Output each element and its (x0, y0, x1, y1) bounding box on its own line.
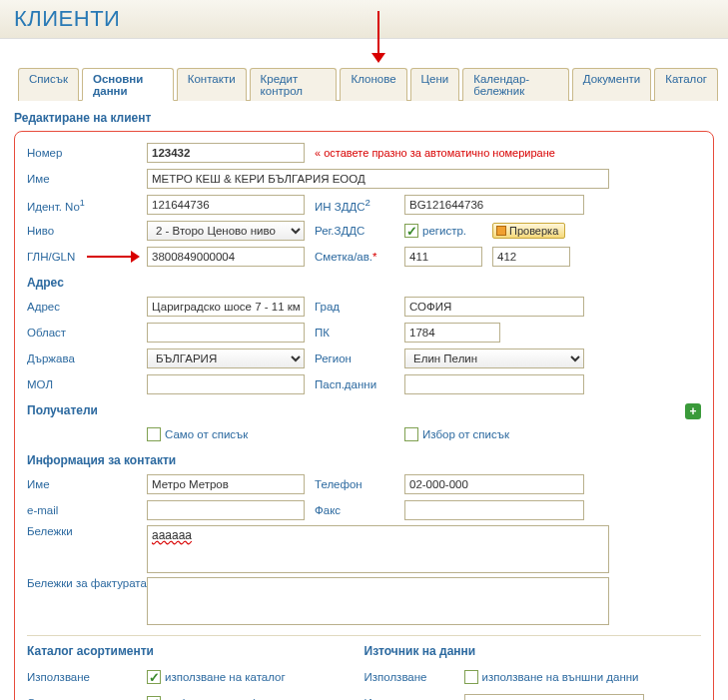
mol-input[interactable] (147, 374, 305, 394)
page-title: КЛИЕНТИ (14, 6, 714, 32)
label-passport: Пасп.данни (315, 378, 404, 390)
label-country: Държава (27, 352, 147, 364)
notes-textarea[interactable]: aaaaaa (147, 525, 609, 573)
label-region: Регион (315, 352, 404, 364)
only-from-list-label: Само от списък (165, 428, 248, 440)
tabs-bar: Списък Основни данни Контакти Кредит кон… (18, 67, 718, 101)
tab-calendar[interactable]: Календар-бележник (462, 68, 569, 101)
address-input[interactable] (147, 297, 305, 317)
city-input[interactable] (404, 297, 584, 317)
number-input[interactable] (147, 143, 305, 163)
country-select[interactable]: БЪЛГАРИЯ (147, 349, 305, 368)
label-account: Сметка/ав.* (315, 251, 404, 263)
use-catalog-checkbox[interactable] (147, 670, 161, 684)
vat-reg-checkbox-label: регистр. (422, 225, 466, 237)
tab-prices[interactable]: Цени (410, 68, 460, 101)
gln-input[interactable] (147, 247, 305, 267)
auto-create-checkbox[interactable] (147, 696, 161, 700)
recipients-heading: Получатели + (27, 403, 701, 417)
email-input[interactable] (147, 500, 305, 520)
tab-catalog[interactable]: Каталог (654, 68, 718, 101)
add-recipient-button[interactable]: + (685, 403, 701, 419)
form-heading: Редактиране на клиент (14, 111, 714, 125)
tab-list[interactable]: Списък (18, 68, 79, 101)
level-select[interactable]: 2 - Второ Ценово ниво (147, 221, 305, 241)
label-zip: ПК (315, 327, 404, 339)
contact-info-heading: Информация за контакти (27, 453, 701, 467)
label-ident: Идент. No1 (27, 198, 147, 213)
only-from-list-checkbox[interactable] (147, 427, 161, 441)
label-city: Град (315, 301, 404, 313)
source-input[interactable] (464, 694, 644, 700)
account1-input[interactable] (404, 247, 482, 267)
tab-main-data[interactable]: Основни данни (82, 68, 174, 101)
use-catalog-label: използване на каталог (165, 671, 286, 683)
catalog-heading: Каталог асортименти (27, 644, 364, 658)
district-input[interactable] (147, 323, 305, 343)
label-level: Ниво (27, 225, 147, 237)
label-address: Адрес (27, 301, 147, 313)
vat-reg-checkbox[interactable] (404, 224, 418, 238)
use-external-checkbox[interactable] (464, 670, 478, 684)
label-invoice-notes: Бележки за фактурата (27, 577, 147, 589)
label-usage: Използване (27, 671, 147, 683)
use-external-label: използване на външни данни (482, 671, 639, 683)
verify-button[interactable]: Проверка (492, 223, 565, 239)
label-email: e-mail (27, 504, 147, 516)
tab-documents[interactable]: Документи (572, 68, 651, 101)
vat-id-input[interactable] (404, 195, 584, 215)
passport-input[interactable] (404, 374, 584, 394)
fax-input[interactable] (404, 500, 584, 520)
arrow-annotation-down (371, 11, 385, 63)
label-district: Област (27, 327, 147, 339)
datasource-heading: Източник на данни (364, 644, 702, 658)
tab-branches[interactable]: Клонове (340, 68, 406, 101)
contact-name-input[interactable] (147, 474, 305, 494)
label-phone: Телефон (315, 478, 404, 490)
ident-input[interactable] (147, 195, 305, 215)
label-mol: МОЛ (27, 378, 147, 390)
invoice-notes-textarea[interactable] (147, 577, 609, 625)
label-notes: Бележки (27, 525, 147, 537)
account2-input[interactable] (492, 247, 570, 267)
label-fax: Факс (315, 504, 404, 516)
phone-input[interactable] (404, 474, 584, 494)
label-contact-name: Име (27, 478, 147, 490)
number-hint: « оставете празно за автоматично номерир… (315, 147, 555, 159)
name-input[interactable] (147, 169, 609, 189)
address-heading: Адрес (27, 276, 701, 290)
divider (27, 635, 701, 636)
zip-input[interactable] (404, 323, 500, 343)
tab-contacts[interactable]: Контакти (177, 68, 247, 101)
form-panel: Номер « оставете празно за автоматично н… (14, 131, 714, 700)
label-ds-usage: Използване (364, 671, 464, 683)
label-name: Име (27, 173, 147, 185)
region-select[interactable]: Елин Пелин (404, 349, 584, 368)
label-number: Номер (27, 147, 147, 159)
select-from-list-label: Избор от списък (422, 428, 509, 440)
label-vat-id: ИН ЗДДС2 (315, 197, 404, 213)
label-vat-reg: Рег.ЗДДС (315, 225, 404, 237)
tab-credit-control[interactable]: Кредит контрол (250, 68, 338, 101)
select-from-list-checkbox[interactable] (404, 427, 418, 441)
